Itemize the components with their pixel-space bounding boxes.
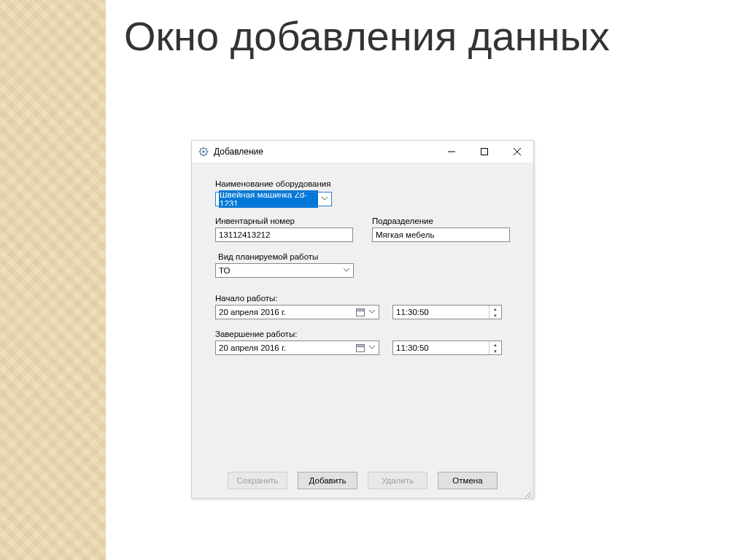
start-date-picker[interactable]: 20 апреля 2016 г. bbox=[215, 305, 379, 319]
end-date-picker[interactable]: 20 апреля 2016 г. bbox=[215, 341, 379, 355]
maximize-button[interactable] bbox=[468, 141, 500, 163]
calendar-icon bbox=[355, 307, 365, 317]
titlebar[interactable]: Добавление bbox=[192, 141, 533, 163]
svg-rect-11 bbox=[481, 149, 487, 155]
slide-title: Окно добавления данных bbox=[124, 13, 610, 60]
window-title: Добавление bbox=[214, 147, 263, 157]
end-date-value: 20 апреля 2016 г. bbox=[219, 343, 286, 352]
work-type-value: ТО bbox=[219, 266, 230, 275]
resize-grip-icon[interactable] bbox=[523, 488, 532, 497]
close-icon bbox=[514, 148, 521, 155]
svg-line-18 bbox=[525, 491, 531, 497]
inventory-label: Инвентарный номер bbox=[215, 217, 353, 225]
app-gear-icon bbox=[198, 146, 209, 158]
chevron-down-icon bbox=[320, 193, 330, 205]
spinner-up-icon: ▲ bbox=[489, 341, 501, 348]
svg-line-6 bbox=[200, 148, 201, 149]
maximize-icon bbox=[481, 148, 488, 155]
start-time-value: 11:30:50 bbox=[396, 308, 429, 316]
spinner-down-icon: ▼ bbox=[489, 348, 501, 354]
inventory-input[interactable]: 13112413212 bbox=[215, 228, 353, 242]
start-date-value: 20 апреля 2016 г. bbox=[219, 308, 286, 316]
minimize-button[interactable] bbox=[435, 141, 468, 163]
start-time-picker[interactable]: 11:30:50 ▲ ▼ bbox=[392, 305, 502, 319]
equipment-combo[interactable]: Швейная машинка Zd-1231 bbox=[215, 192, 332, 206]
equipment-value: Швейная машинка Zd-1231 bbox=[219, 190, 318, 208]
side-pattern bbox=[0, 0, 106, 560]
start-label: Начало работы: bbox=[215, 294, 510, 303]
client-area: Наименование оборудования Швейная машинк… bbox=[192, 163, 533, 373]
chevron-down-icon bbox=[367, 306, 377, 318]
slide: Окно добавления данных Добавление bbox=[0, 0, 747, 560]
svg-point-1 bbox=[202, 150, 205, 153]
equipment-label: Наименование оборудования bbox=[215, 179, 510, 188]
work-type-label: Вид планируемой работы bbox=[218, 252, 510, 261]
svg-rect-15 bbox=[357, 309, 365, 311]
spinner[interactable]: ▲ ▼ bbox=[489, 341, 501, 354]
department-input[interactable]: Мягкая мебель bbox=[372, 228, 510, 242]
svg-line-20 bbox=[530, 497, 531, 497]
cancel-button[interactable]: Отмена bbox=[438, 472, 498, 489]
work-type-combo[interactable]: ТО bbox=[215, 263, 354, 278]
delete-button[interactable]: Удалить bbox=[368, 472, 427, 489]
chevron-down-icon bbox=[367, 342, 377, 354]
department-label: Подразделение bbox=[372, 217, 510, 225]
department-value: Мягкая мебель bbox=[376, 230, 434, 239]
add-button[interactable]: Добавить bbox=[298, 472, 357, 489]
svg-line-8 bbox=[200, 154, 201, 155]
svg-line-9 bbox=[206, 148, 207, 149]
inventory-value: 13112413212 bbox=[219, 230, 270, 239]
spinner[interactable]: ▲ ▼ bbox=[489, 306, 501, 319]
svg-rect-17 bbox=[357, 345, 365, 347]
chevron-down-icon bbox=[341, 265, 352, 276]
svg-line-7 bbox=[206, 154, 207, 155]
end-label: Завершение работы: bbox=[215, 330, 510, 338]
button-bar: Сохранить Добавить Удалить Отмена bbox=[192, 472, 533, 489]
calendar-icon bbox=[355, 343, 365, 353]
dialog-window: Добавление Наименование оборудования Шве… bbox=[191, 140, 534, 499]
close-button[interactable] bbox=[500, 141, 533, 163]
minimize-icon bbox=[448, 148, 455, 155]
spinner-up-icon: ▲ bbox=[489, 306, 501, 312]
end-time-value: 11:30:50 bbox=[396, 343, 429, 352]
spinner-down-icon: ▼ bbox=[489, 312, 501, 319]
end-time-picker[interactable]: 11:30:50 ▲ ▼ bbox=[392, 341, 502, 355]
save-button[interactable]: Сохранить bbox=[228, 472, 287, 489]
